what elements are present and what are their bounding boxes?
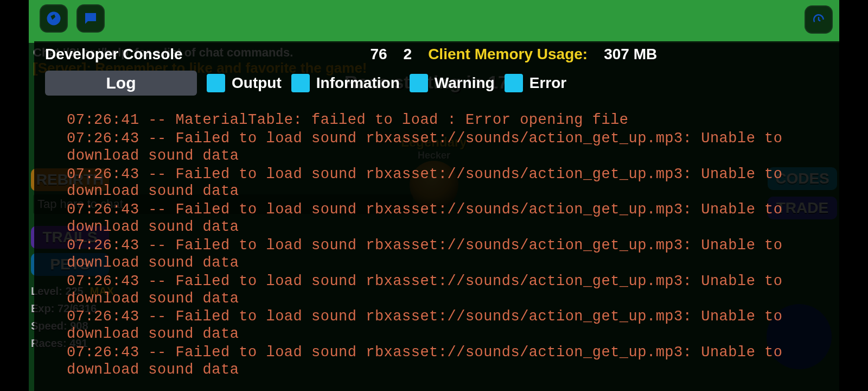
letterbox-left — [0, 0, 29, 391]
filter-error[interactable]: Error — [505, 74, 566, 92]
log-line: 07:26:43 -- Failed to load sound rbxasse… — [67, 166, 834, 201]
chat-icon[interactable] — [76, 4, 105, 33]
tab-log[interactable]: Log — [45, 71, 197, 96]
console-tabs: Log Output Information Warning Error — [34, 67, 839, 101]
log-line: 07:26:43 -- Failed to load sound rbxasse… — [67, 344, 834, 379]
performance-icon[interactable] — [805, 5, 833, 34]
checkbox-icon[interactable] — [207, 74, 225, 92]
filter-warning[interactable]: Warning — [410, 74, 495, 92]
log-line: 07:26:41 -- MaterialTable: failed to loa… — [67, 112, 834, 129]
log-line: 07:26:43 -- Failed to load sound rbxasse… — [67, 273, 834, 308]
filter-output[interactable]: Output — [207, 74, 282, 92]
letterbox-right — [839, 0, 868, 391]
log-output[interactable]: 07:26:41 -- MaterialTable: failed to loa… — [67, 112, 834, 391]
filter-information-label: Information — [316, 74, 400, 92]
memory-usage-label: Client Memory Usage: — [428, 46, 588, 63]
log-line: 07:26:43 -- Failed to load sound rbxasse… — [67, 308, 834, 343]
log-line: 07:26:43 -- Failed to load sound rbxasse… — [67, 130, 834, 165]
console-header: Developer Console 76 2 Client Memory Usa… — [34, 41, 839, 67]
game-viewport: Chat '/?' or '/help' for a list of chat … — [29, 0, 839, 391]
console-stat-1: 76 — [370, 46, 387, 63]
developer-console: Developer Console 76 2 Client Memory Usa… — [34, 41, 839, 391]
console-stat-2: 2 — [404, 46, 412, 63]
checkbox-icon[interactable] — [410, 74, 428, 92]
filter-warning-label: Warning — [435, 74, 495, 92]
filter-error-label: Error — [529, 74, 566, 92]
filter-information[interactable]: Information — [291, 74, 400, 92]
log-line: 07:26:43 -- Failed to load sound rbxasse… — [67, 237, 834, 272]
log-line: 07:26:43 -- Failed to load sound rbxasse… — [67, 201, 834, 236]
memory-usage-value: 307 MB — [604, 46, 657, 63]
compass-icon[interactable] — [40, 4, 68, 33]
filter-output-label: Output — [232, 74, 282, 92]
checkbox-icon[interactable] — [291, 74, 310, 92]
console-title: Developer Console — [45, 46, 183, 63]
checkbox-icon[interactable] — [505, 74, 523, 92]
